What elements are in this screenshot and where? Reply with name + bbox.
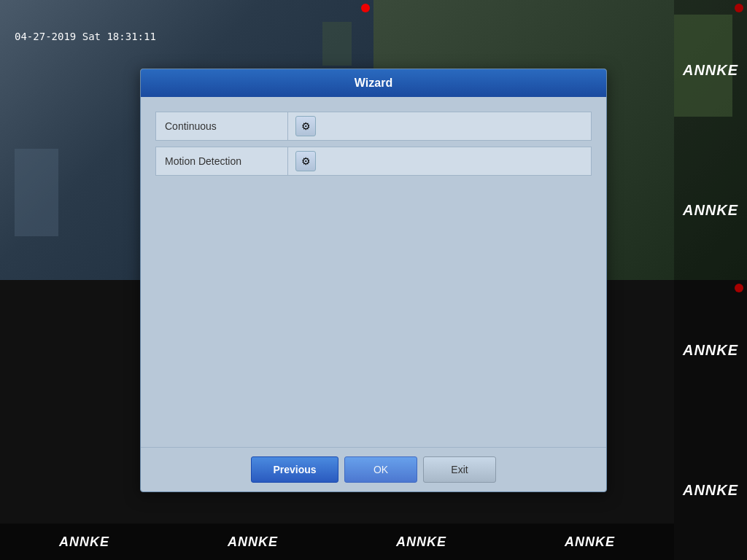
continuous-icon-area: ⚙ [288,116,591,136]
continuous-label: Continuous [156,120,287,132]
continuous-row: Continuous ⚙ [155,112,592,141]
wizard-titlebar: Wizard [141,69,606,97]
previous-button[interactable]: Previous [251,456,338,483]
motion-detection-row: Motion Detection ⚙ [155,147,592,176]
modal-overlay: Wizard Continuous ⚙ Motion Detection [0,0,747,560]
motion-detection-label: Motion Detection [156,155,287,167]
wizard-dialog: Wizard Continuous ⚙ Motion Detection [140,69,607,492]
gear-icon-motion: ⚙ [301,155,311,167]
motion-detection-gear-button[interactable]: ⚙ [295,151,316,171]
exit-button[interactable]: Exit [423,456,496,483]
wizard-title: Wizard [355,77,392,90]
gear-icon-continuous: ⚙ [301,120,311,132]
motion-detection-icon-area: ⚙ [288,151,591,171]
wizard-body: Continuous ⚙ Motion Detection ⚙ [141,97,606,447]
continuous-gear-button[interactable]: ⚙ [295,116,316,136]
wizard-footer: Previous OK Exit [141,447,606,491]
ok-button[interactable]: OK [344,456,417,483]
